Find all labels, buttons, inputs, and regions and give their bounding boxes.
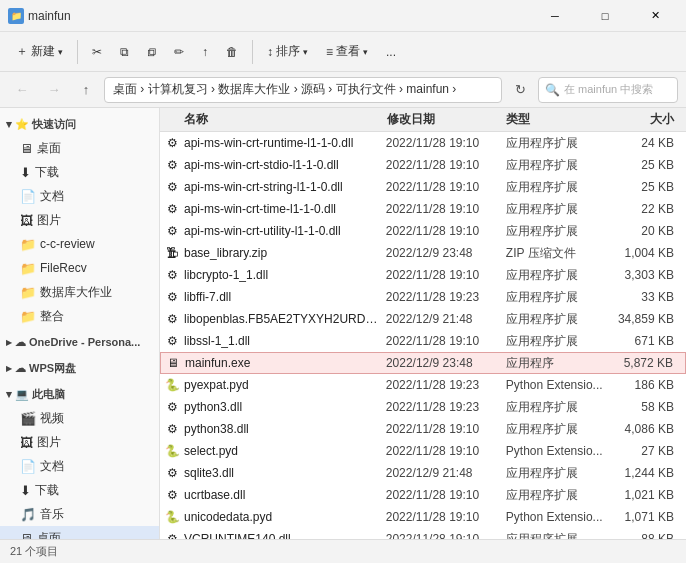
breadcrumb[interactable]: 桌面 › 计算机复习 › 数据库大作业 › 源码 › 可执行文件 › mainf… [104,77,502,103]
file-icon: ⚙ [164,223,180,239]
rename-button[interactable]: ✏ [166,41,192,63]
table-row[interactable]: 🖥 mainfun.exe 2022/12/9 23:48 应用程序 5,872… [160,352,686,374]
table-row[interactable]: ⚙ api-ms-win-crt-runtime-l1-1-0.dll 2022… [160,132,686,154]
table-row[interactable]: 🐍 unicodedata.pyd 2022/11/28 19:10 Pytho… [160,506,686,528]
maximize-button[interactable]: □ [582,0,628,32]
col-header-type[interactable]: 类型 [506,111,607,128]
file-size: 1,071 KB [607,510,682,524]
table-row[interactable]: ⚙ api-ms-win-crt-utility-l1-1-0.dll 2022… [160,220,686,242]
table-row[interactable]: ⚙ api-ms-win-crt-string-l1-1-0.dll 2022/… [160,176,686,198]
sidebar-item-desktop-qa[interactable]: 🖥 桌面 [0,136,159,160]
search-box[interactable]: 🔍 在 mainfun 中搜索 [538,77,678,103]
title-bar-text: mainfun [28,9,71,23]
table-row[interactable]: ⚙ libopenblas.FB5AE2TYXYH2URDKGD... 2022… [160,308,686,330]
up-button[interactable]: ↑ [72,76,100,104]
cut-button[interactable]: ✂ [84,41,110,63]
file-name-cell: ⚙ api-ms-win-crt-stdio-l1-1-0.dll [164,157,386,173]
file-size: 27 KB [607,444,682,458]
file-icon: ⚙ [164,201,180,217]
file-name-cell: ⚙ libffi-7.dll [164,289,386,305]
sort-button[interactable]: ↕ 排序 ▾ [259,39,316,64]
sidebar-item-downloads-qa[interactable]: ⬇ 下载 [0,160,159,184]
sidebar-item-videos[interactable]: 🎬 视频 [0,406,159,430]
status-bar: 21 个项目 [0,539,686,563]
refresh-button[interactable]: ↻ [506,76,534,104]
file-icon: 🐍 [164,509,180,525]
close-button[interactable]: ✕ [632,0,678,32]
share-button[interactable]: ↑ [194,41,216,63]
table-row[interactable]: 🐍 select.pyd 2022/11/28 19:10 Python Ext… [160,440,686,462]
table-row[interactable]: ⚙ libcrypto-1_1.dll 2022/11/28 19:10 应用程… [160,264,686,286]
sort-icon: ↕ [267,45,273,59]
file-name-cell: ⚙ libssl-1_1.dll [164,333,386,349]
back-button[interactable]: ← [8,76,36,104]
file-size: 25 KB [607,158,682,172]
table-row[interactable]: ⚙ api-ms-win-crt-time-l1-1-0.dll 2022/11… [160,198,686,220]
file-size: 22 KB [607,202,682,216]
address-bar: ← → ↑ 桌面 › 计算机复习 › 数据库大作业 › 源码 › 可执行文件 ›… [0,72,686,108]
rename-icon: ✏ [174,45,184,59]
onedrive-icon: ☁ [15,336,26,349]
file-name: ucrtbase.dll [184,488,245,502]
sidebar-item-desktop-pc[interactable]: 🖥 桌面 [0,526,159,539]
table-row[interactable]: ⚙ libffi-7.dll 2022/11/28 19:23 应用程序扩展 3… [160,286,686,308]
sidebar-item-filerecv[interactable]: 📁 FileRecv [0,256,159,280]
file-date: 2022/11/28 19:23 [386,290,506,304]
new-button[interactable]: ＋ 新建 ▾ [8,39,71,64]
onedrive-header[interactable]: ▸ ☁ OneDrive - Persona... [0,330,159,354]
file-date: 2022/11/28 19:10 [386,202,506,216]
col-header-size[interactable]: 大小 [608,111,682,128]
table-row[interactable]: ⚙ api-ms-win-crt-stdio-l1-1-0.dll 2022/1… [160,154,686,176]
table-row[interactable]: ⚙ VCRUNTIME140.dll 2022/11/28 19:10 应用程序… [160,528,686,539]
file-list-header: 名称 修改日期 类型 大小 [160,108,686,132]
file-name: mainfun.exe [185,356,250,370]
sidebar-item-music[interactable]: 🎵 音乐 [0,502,159,526]
file-type: Python Extensio... [506,378,608,392]
file-name: python38.dll [184,422,249,436]
sidebar-item-dbhw[interactable]: 📁 数据库大作业 [0,280,159,304]
view-button[interactable]: ≡ 查看 ▾ [318,39,376,64]
more-button[interactable]: ... [378,41,404,63]
integrate-icon: 📁 [20,309,36,324]
forward-button[interactable]: → [40,76,68,104]
table-row[interactable]: 🗜 base_library.zip 2022/12/9 23:48 ZIP 压… [160,242,686,264]
file-name: api-ms-win-crt-string-l1-1-0.dll [184,180,343,194]
sidebar-item-ccreview[interactable]: 📁 c-c-review [0,232,159,256]
sidebar-item-integrate[interactable]: 📁 整合 [0,304,159,328]
table-row[interactable]: ⚙ libssl-1_1.dll 2022/11/28 19:10 应用程序扩展… [160,330,686,352]
col-header-date[interactable]: 修改日期 [387,111,507,128]
file-date: 2022/12/9 21:48 [386,312,506,326]
thispc-header[interactable]: ▾ 💻 此电脑 [0,382,159,406]
file-size: 4,086 KB [607,422,682,436]
filerecv-icon: 📁 [20,261,36,276]
dbhw-icon: 📁 [20,285,36,300]
file-type: 应用程序扩展 [506,289,608,306]
file-size: 5,872 KB [607,356,681,370]
sidebar-item-docs-pc[interactable]: 📄 文档 [0,454,159,478]
wps-header[interactable]: ▸ ☁ WPS网盘 [0,356,159,380]
table-row[interactable]: ⚙ python3.dll 2022/11/28 19:23 应用程序扩展 58… [160,396,686,418]
table-row[interactable]: 🐍 pyexpat.pyd 2022/11/28 19:23 Python Ex… [160,374,686,396]
quick-access-header[interactable]: ▾ ⭐ 快速访问 [0,112,159,136]
sidebar-item-pics-qa[interactable]: 🖼 图片 [0,208,159,232]
minimize-button[interactable]: ─ [532,0,578,32]
file-date: 2022/11/28 19:10 [386,224,506,238]
file-name-cell: 🖥 mainfun.exe [165,355,386,371]
file-name-cell: ⚙ python38.dll [164,421,386,437]
table-row[interactable]: ⚙ python38.dll 2022/11/28 19:10 应用程序扩展 4… [160,418,686,440]
table-row[interactable]: ⚙ sqlite3.dll 2022/12/9 21:48 应用程序扩展 1,2… [160,462,686,484]
docs-qa-icon: 📄 [20,189,36,204]
sidebar-item-pics-pc[interactable]: 🖼 图片 [0,430,159,454]
sidebar-item-downloads-pc[interactable]: ⬇ 下载 [0,478,159,502]
music-icon: 🎵 [20,507,36,522]
file-name: libffi-7.dll [184,290,231,304]
file-name-cell: 🐍 select.pyd [164,443,386,459]
delete-button[interactable]: 🗑 [218,41,246,63]
file-name-cell: 🐍 unicodedata.pyd [164,509,386,525]
file-name: libopenblas.FB5AE2TYXYH2URDKGD... [184,312,384,326]
copy-button[interactable]: ⧉ [112,41,137,63]
sidebar-item-docs-qa[interactable]: 📄 文档 [0,184,159,208]
table-row[interactable]: ⚙ ucrtbase.dll 2022/11/28 19:10 应用程序扩展 1… [160,484,686,506]
paste-button[interactable]: ⧉ [139,41,164,63]
col-header-name[interactable]: 名称 [164,111,387,128]
